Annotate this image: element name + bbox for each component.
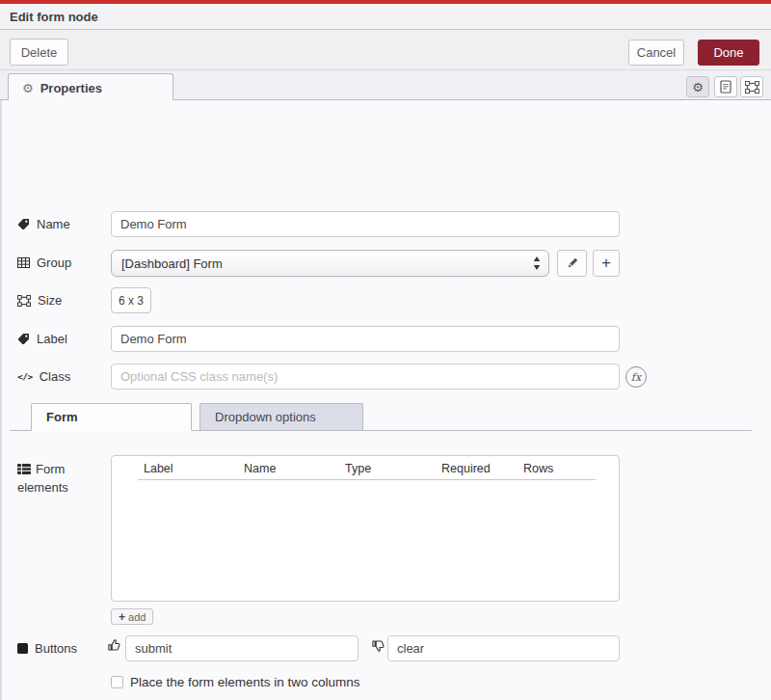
edit-form-node-dialog: Edit form node Delete Cancel Done ⚙ Prop… — [0, 0, 771, 700]
tab-properties-label: Properties — [40, 81, 102, 95]
column-header-name: Name — [244, 462, 276, 475]
done-button[interactable]: Done — [698, 40, 759, 66]
delete-button[interactable]: Delete — [10, 39, 68, 66]
name-field-label: Name — [17, 217, 70, 231]
group-select-value: [Dashboard] Form — [121, 256, 223, 271]
edit-group-button[interactable] — [557, 250, 587, 277]
submit-button-label-input[interactable] — [125, 635, 359, 661]
plus-icon: + — [119, 611, 125, 623]
tab-properties[interactable]: ⚙ Properties — [8, 73, 173, 101]
list-icon — [17, 464, 31, 474]
two-columns-checkbox[interactable] — [111, 676, 123, 688]
pencil-icon — [566, 256, 579, 270]
expression-fx-button[interactable]: fx — [625, 366, 647, 388]
add-group-button[interactable]: + — [593, 250, 620, 277]
two-columns-checkbox-label: Place the form elements in two columns — [130, 675, 360, 689]
column-header-type: Type — [345, 462, 371, 475]
column-header-required: Required — [441, 462, 491, 475]
name-input[interactable] — [111, 211, 620, 237]
size-field-label: Size — [17, 293, 62, 308]
code-icon: </> — [17, 371, 33, 382]
object-group-icon — [17, 295, 31, 307]
add-element-button[interactable]: + add — [111, 608, 153, 625]
cancel-button[interactable]: Cancel — [628, 40, 684, 66]
document-icon — [720, 80, 731, 94]
form-elements-table[interactable]: Label Name Type Required Rows — [111, 455, 620, 602]
table-header-rule — [138, 479, 596, 480]
tag-icon — [17, 218, 30, 230]
description-icon-button[interactable] — [714, 76, 737, 97]
group-select[interactable]: [Dashboard] Form — [111, 250, 549, 277]
object-group-icon — [745, 81, 759, 94]
clear-button-label-input[interactable] — [387, 635, 620, 661]
properties-icon-button[interactable]: ⚙ — [686, 76, 709, 97]
gear-icon: ⚙ — [692, 81, 704, 94]
dialog-title: Edit form node — [10, 10, 98, 24]
table-icon — [17, 257, 30, 268]
thumbs-down-icon — [371, 638, 386, 653]
label-input[interactable] — [111, 326, 620, 352]
label-field-label: Label — [17, 332, 67, 346]
form-options-tabbar: Form Dropdown options — [10, 403, 752, 431]
plus-icon: + — [601, 254, 611, 273]
appearance-icon-button[interactable] — [740, 76, 763, 97]
thumbs-up-icon — [107, 638, 121, 653]
dialog-header: Edit form node — [0, 4, 771, 30]
tag-icon — [17, 333, 30, 345]
gear-icon: ⚙ — [22, 82, 34, 94]
select-spinner-icon — [533, 256, 541, 271]
column-header-rows: Rows — [523, 462, 553, 475]
dialog-toolbar: Delete Cancel Done — [0, 30, 771, 70]
size-button[interactable]: 6 x 3 — [111, 287, 151, 313]
tab-form[interactable]: Form — [31, 403, 192, 431]
properties-panel: Name Group [Dashboard] Form + — [0, 100, 771, 700]
tab-dropdown-options[interactable]: Dropdown options — [199, 403, 363, 430]
buttons-field-label: Buttons — [17, 641, 77, 656]
column-header-label: Label — [144, 462, 173, 475]
form-elements-label: Form elements — [17, 460, 98, 497]
square-icon — [17, 643, 28, 654]
class-field-label: </> Class — [17, 369, 70, 384]
group-field-label: Group — [17, 256, 71, 270]
editor-tabbar: ⚙ Properties ⚙ — [0, 70, 771, 100]
class-input[interactable] — [111, 363, 620, 390]
